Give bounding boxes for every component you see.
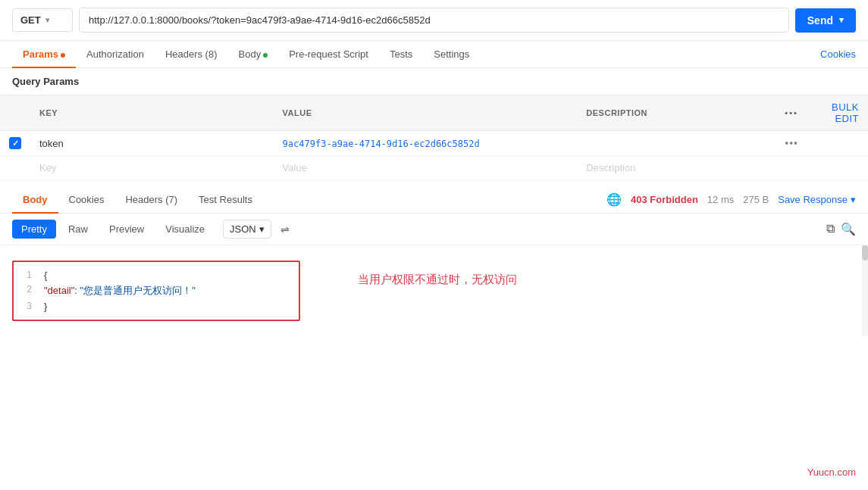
tab-authorization[interactable]: Authorization <box>76 41 155 67</box>
col-check-header <box>0 95 30 131</box>
response-status-area: 🌐 403 Forbidden 12 ms 275 B Save Respons… <box>606 192 856 207</box>
format-tab-pretty[interactable]: Pretty <box>12 220 56 239</box>
table-placeholder-row: Key Value Description <box>0 156 868 180</box>
annotation-text: 当用户权限不通过时，无权访问 <box>358 273 517 287</box>
url-input[interactable] <box>79 8 789 33</box>
table-row: token 9ac479f3-a9ae-4714-9d16-ec2d66c585… <box>0 131 868 156</box>
json-format-selector[interactable]: JSON ▾ <box>223 220 271 239</box>
tab-prerequest[interactable]: Pre-request Script <box>278 41 379 67</box>
filter-icon[interactable]: ⇌ <box>280 223 290 236</box>
col-more-header: ••• <box>776 95 807 131</box>
code-line-3: 3 } <box>14 299 299 314</box>
response-tab-cookies[interactable]: Cookies <box>58 186 115 213</box>
format-tab-visualize[interactable]: Visualize <box>156 220 214 239</box>
col-value-header: VALUE <box>274 95 578 131</box>
url-bar: GET ▾ Send ▾ <box>0 0 868 41</box>
bulk-edit-button[interactable]: Bulk Edit <box>832 101 859 124</box>
format-tab-right-icons: ⧉ 🔍 <box>826 222 856 236</box>
param-description[interactable] <box>577 131 776 156</box>
save-response-button[interactable]: Save Response ▾ <box>778 194 856 205</box>
tab-headers[interactable]: Headers (8) <box>155 41 228 67</box>
response-size: 275 B <box>743 194 769 205</box>
response-section: Body Cookies Headers (7) Test Results 🌐 … <box>0 186 868 336</box>
params-dot <box>61 53 65 58</box>
format-tab-preview[interactable]: Preview <box>100 220 153 239</box>
scrollbar-thumb[interactable] <box>862 245 868 261</box>
param-key-placeholder[interactable]: Key <box>30 156 274 180</box>
params-table: KEY VALUE DESCRIPTION ••• Bulk Edit toke… <box>0 95 868 180</box>
response-time: 12 ms <box>707 194 734 205</box>
json-response-box: 1 { 2 "detail": "您是普通用户无权访问！" 3 } <box>12 261 300 321</box>
code-line-2: 2 "detail": "您是普通用户无权访问！" <box>14 282 299 299</box>
param-value[interactable]: 9ac479f3-a9ae-4714-9d16-ec2d66c5852d <box>274 131 578 156</box>
query-params-title: Query Params <box>0 68 868 95</box>
row-more-icon[interactable]: ••• <box>776 131 807 156</box>
row-checkbox[interactable] <box>9 137 21 149</box>
code-response-container: 1 { 2 "detail": "您是普通用户无权访问！" 3 } 当用户权限不… <box>0 245 868 336</box>
method-selector[interactable]: GET ▾ <box>12 8 73 32</box>
save-response-chevron-icon: ▾ <box>851 194 856 205</box>
response-tab-test-results[interactable]: Test Results <box>188 186 263 213</box>
tab-body[interactable]: Body <box>228 41 279 67</box>
body-dot <box>263 53 268 58</box>
copy-icon[interactable]: ⧉ <box>826 222 835 236</box>
tab-settings[interactable]: Settings <box>423 41 480 67</box>
globe-icon: 🌐 <box>606 192 622 207</box>
response-tab-body[interactable]: Body <box>12 186 58 213</box>
method-chevron-icon: ▾ <box>45 16 49 24</box>
search-icon[interactable]: 🔍 <box>841 222 856 236</box>
code-line-1: 1 { <box>14 268 299 282</box>
cookies-button[interactable]: Cookies <box>820 48 856 60</box>
scrollbar-track[interactable] <box>862 245 868 336</box>
tab-params[interactable]: Params <box>12 41 76 67</box>
col-desc-header: DESCRIPTION <box>577 95 776 131</box>
col-bulk-header: Bulk Edit <box>807 95 868 131</box>
format-tab-raw[interactable]: Raw <box>59 220 97 239</box>
response-body-area: 1 { 2 "detail": "您是普通用户无权访问！" 3 } 当用户权限不… <box>0 245 868 336</box>
response-tab-headers[interactable]: Headers (7) <box>114 186 188 213</box>
send-label: Send <box>807 14 833 27</box>
send-chevron-icon: ▾ <box>839 15 844 25</box>
col-key-header: KEY <box>30 95 274 131</box>
request-tabs: Params Authorization Headers (8) Body Pr… <box>0 41 868 68</box>
method-label: GET <box>20 14 41 26</box>
param-value-placeholder[interactable]: Value <box>274 156 578 180</box>
tab-tests[interactable]: Tests <box>379 41 423 67</box>
status-badge: 403 Forbidden <box>631 194 698 205</box>
param-key[interactable]: token <box>30 131 274 156</box>
json-chevron-icon: ▾ <box>259 223 265 235</box>
send-button[interactable]: Send ▾ <box>795 8 856 33</box>
response-tabs: Body Cookies Headers (7) Test Results 🌐 … <box>0 186 868 214</box>
format-tabs-row: Pretty Raw Preview Visualize JSON ▾ ⇌ ⧉ … <box>0 214 868 245</box>
param-desc-placeholder[interactable]: Description <box>577 156 776 180</box>
